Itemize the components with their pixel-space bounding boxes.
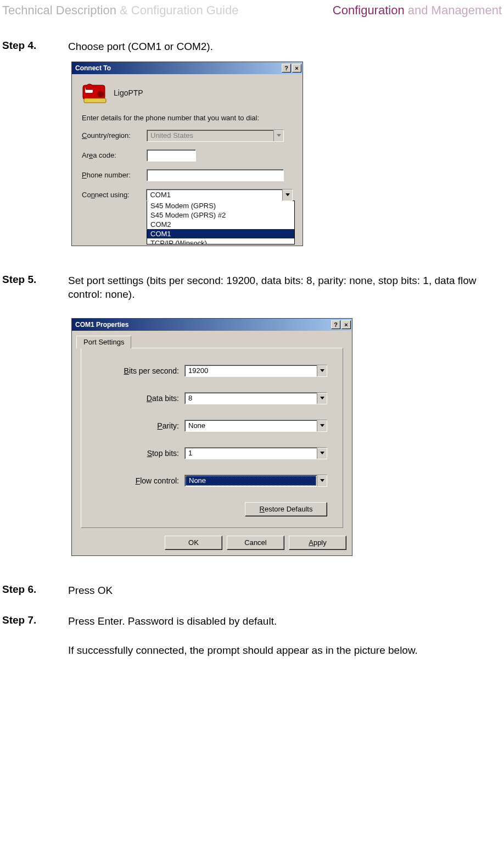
country-row: Country/region: United States <box>82 130 293 142</box>
chevron-down-icon[interactable] <box>317 393 327 404</box>
parity-value: None <box>185 421 317 430</box>
apply-button[interactable]: Apply <box>289 536 346 550</box>
phone-icon <box>82 82 108 104</box>
step-7-label: Step 7. <box>2 614 68 626</box>
step-4-text: Choose port (COM1 or COM2). <box>68 40 502 54</box>
step-6-label: Step 6. <box>2 583 68 596</box>
restore-defaults-button[interactable]: Restore Defaults <box>245 502 327 516</box>
stopbits-row: Stop bits: 1 <box>97 447 327 459</box>
tab-panel-port-settings: Bits per second: 19200 Data bits: 8 Pari… <box>81 348 343 528</box>
flow-value: None <box>186 476 316 486</box>
connected-note: If successfully connected, the prompt sh… <box>66 633 504 662</box>
connect-to-titlebar[interactable]: Connect To ? × <box>72 62 303 74</box>
bps-value: 19200 <box>185 366 317 375</box>
close-button[interactable]: × <box>292 64 301 73</box>
option-com2[interactable]: COM2 <box>147 220 294 229</box>
stopbits-value: 1 <box>185 449 317 457</box>
connect-using-dropdown[interactable]: S45 Modem (GPRS) S45 Modem (GPRS) #2 COM… <box>147 201 295 244</box>
step-7-row: Step 7. Press Enter. Password is disable… <box>0 603 504 634</box>
com1-titlebar[interactable]: COM1 Properties ? × <box>72 319 352 331</box>
header-left: Technical Description & Configuration Gu… <box>2 3 238 18</box>
header-right-b: and Management <box>405 3 502 17</box>
connection-name: LigoPTP <box>114 88 143 97</box>
chevron-down-icon[interactable] <box>317 365 327 376</box>
option-s45-modem-gprs-2[interactable]: S45 Modem (GPRS) #2 <box>147 210 294 220</box>
connect-using-row: Connect using: COM1 <box>82 189 293 201</box>
chevron-down-icon[interactable] <box>317 475 327 486</box>
cancel-button[interactable]: Cancel <box>227 536 284 550</box>
flow-row: Flow control: None <box>97 475 327 487</box>
chevron-down-icon[interactable] <box>317 448 327 459</box>
chevron-down-icon <box>273 130 283 141</box>
stopbits-combo[interactable]: 1 <box>184 447 327 459</box>
connect-using-combo[interactable]: COM1 <box>146 189 293 201</box>
option-s45-modem-gprs[interactable]: S45 Modem (GPRS) <box>147 201 294 210</box>
phone-number-field[interactable] <box>147 169 284 181</box>
header-right-a: Configuration <box>333 3 405 17</box>
bps-combo[interactable]: 19200 <box>184 365 327 377</box>
com1-properties-dialog: COM1 Properties ? × Port Settings Bits p… <box>71 318 352 556</box>
databits-value: 8 <box>185 394 317 402</box>
step-5-row: Step 5. Set port settings (bits per seco… <box>0 263 504 307</box>
option-tcpip-winsock[interactable]: TCP/IP (Winsock) <box>147 238 294 244</box>
databits-row: Data bits: 8 <box>97 392 327 404</box>
area-row: Area code: <box>82 149 293 162</box>
connect-to-title: Connect To <box>75 64 111 72</box>
help-button[interactable]: ? <box>282 64 291 73</box>
connect-using-value: COM1 <box>147 191 282 199</box>
step-7-text: Press Enter. Password is disabled by def… <box>68 614 502 629</box>
help-button[interactable]: ? <box>331 320 340 329</box>
com1-title: COM1 Properties <box>75 321 128 329</box>
bps-row: Bits per second: 19200 <box>97 365 327 377</box>
header-left-a: Technical Description <box>2 3 116 17</box>
chevron-down-icon[interactable] <box>282 190 292 201</box>
area-code-field[interactable] <box>147 149 196 162</box>
databits-combo[interactable]: 8 <box>184 392 327 404</box>
step-4-row: Step 4. Choose port (COM1 or COM2). <box>0 29 504 59</box>
parity-combo[interactable]: None <box>184 420 327 432</box>
svg-rect-3 <box>84 98 106 103</box>
ok-button[interactable]: OK <box>165 536 222 550</box>
svg-point-1 <box>97 91 104 97</box>
parity-row: Parity: None <box>97 420 327 432</box>
header-right: Configuration and Management <box>333 3 502 18</box>
country-combo: United States <box>147 130 284 142</box>
phone-row: Phone number: <box>82 169 293 181</box>
country-value: United States <box>147 131 273 140</box>
flow-combo[interactable]: None <box>184 475 327 487</box>
connect-to-dialog: Connect To ? × LigoPTP Enter details for… <box>71 62 303 246</box>
step-4-label: Step 4. <box>2 40 68 52</box>
step-6-row: Step 6. Press OK <box>0 572 504 603</box>
chevron-down-icon[interactable] <box>317 420 327 431</box>
header-left-b: & Configuration Guide <box>116 3 239 17</box>
step-5-text: Set port settings (bits per second: 1920… <box>68 274 502 302</box>
page-header: Technical Description & Configuration Gu… <box>0 0 504 29</box>
tab-port-settings[interactable]: Port Settings <box>76 336 131 348</box>
step-6-text: Press OK <box>68 583 502 598</box>
option-com1[interactable]: COM1 <box>147 229 294 238</box>
close-button[interactable]: × <box>341 320 351 329</box>
instruction-text: Enter details for the phone number that … <box>82 114 293 122</box>
step-5-label: Step 5. <box>2 274 68 286</box>
country-label: ountry/region: <box>87 131 131 140</box>
